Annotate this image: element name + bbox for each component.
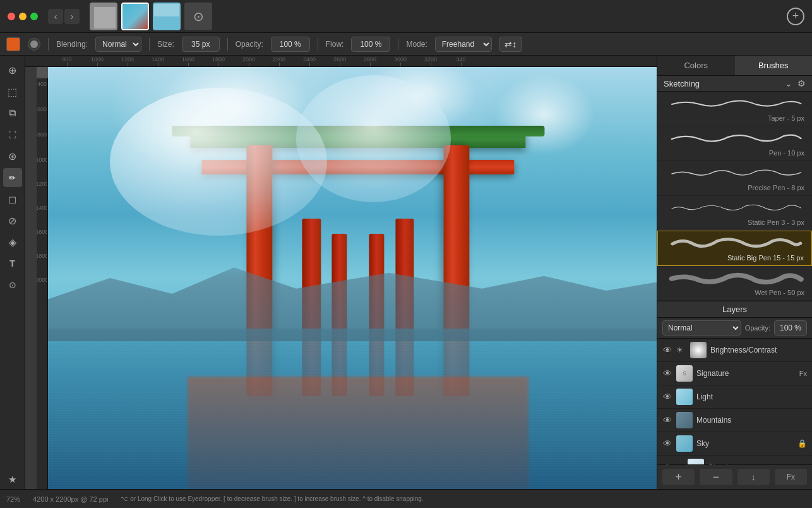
delete-layer-button[interactable]: − <box>700 469 732 485</box>
layer-visibility-light[interactable]: 👁 <box>662 392 672 402</box>
export-layer-button[interactable]: ↓ <box>737 469 770 485</box>
layer-lock-sky: 🔒 <box>797 439 807 448</box>
layer-brightness-contrast[interactable]: 👁 ☀ Brightness/Contrast <box>657 339 812 362</box>
layers-blend-select[interactable]: Normal <box>662 320 741 336</box>
eraser-tool[interactable]: ◻ <box>3 190 22 209</box>
toolbar-separator-3 <box>227 38 228 51</box>
layer-visibility-sig[interactable]: 👁 <box>662 368 672 378</box>
ruler-line <box>128 63 128 66</box>
brush-item-static-pen3[interactable]: Static Pen 3 - 3 px <box>657 196 812 231</box>
size-input[interactable] <box>182 37 220 52</box>
blending-select[interactable]: Normal <box>95 37 141 52</box>
layer-visibility-sky[interactable]: 👁 <box>662 438 672 449</box>
fx-layer-button[interactable]: Fx <box>775 469 807 485</box>
ruler-line <box>158 63 158 66</box>
search-tool[interactable]: ⊙ <box>3 275 22 294</box>
thumb-1[interactable] <box>90 3 117 30</box>
minimize-button[interactable] <box>19 13 27 20</box>
brush-settings-button[interactable]: ⚙ <box>797 78 806 88</box>
brush-stroke-static-big-pen <box>666 235 804 253</box>
crop-tool[interactable]: ⛶ <box>3 125 22 144</box>
brush-name-static-pen3: Static Pen 3 - 3 px <box>748 219 804 226</box>
layer-light[interactable]: 👁 Light <box>657 385 812 409</box>
brush-size-dot <box>30 40 38 48</box>
brush-name-static-big-pen: Static Big Pen 15 - 15 px <box>727 254 804 262</box>
layer-signature[interactable]: 👁 S Signature Fx <box>657 362 812 385</box>
ruler-tick-2400: 2400 <box>294 56 325 66</box>
streamline-button[interactable]: ⇄↕ <box>499 37 522 52</box>
move-tool[interactable]: ⊕ <box>3 61 22 80</box>
cloud-center <box>296 75 451 202</box>
star-tool[interactable]: ★ <box>3 470 22 489</box>
thumb-3[interactable] <box>153 3 181 30</box>
toolbar-separator-5 <box>398 38 398 51</box>
eyedropper-tool[interactable]: ⊛ <box>3 147 22 166</box>
ruler-tick-2600: 2600 <box>325 56 355 66</box>
transform-tool[interactable]: ⧉ <box>3 104 22 123</box>
color-swatch[interactable] <box>6 37 20 51</box>
traffic-lights <box>8 13 38 20</box>
brush-tool[interactable]: ✏ <box>3 168 22 187</box>
layer-mountains[interactable]: 👁 Mountains <box>657 409 812 432</box>
brush-item-wet-pen[interactable]: Wet Pen - 50 px <box>657 266 812 301</box>
flow-input[interactable] <box>351 37 390 52</box>
canvas-area: 800 1000 1200 1400 1600 1800 2000 2200 2… <box>25 56 657 489</box>
brush-item-pen[interactable]: Pen - 10 px <box>657 126 812 161</box>
ruler-v-2000: 2000 <box>37 277 48 283</box>
layer-fx-badge: Fx <box>799 370 807 377</box>
brush-item-taper[interactable]: Taper - 5 px <box>657 92 812 126</box>
layer-sky[interactable]: 👁 Sky 🔒 <box>657 432 812 456</box>
ruler-line <box>431 63 431 66</box>
thumb-4[interactable]: ⊙ <box>184 3 212 30</box>
add-layer-button[interactable]: + <box>662 469 695 485</box>
right-panel: Colors Brushes Sketching ⌄ ⚙ Taper - 5 p… <box>657 56 812 489</box>
brush-stroke-svg <box>665 95 804 113</box>
layer-icon-mountains <box>676 412 693 428</box>
thumb-canvas-2 <box>122 4 149 30</box>
brush-item-static-big-pen[interactable]: Static Big Pen 15 - 15 px <box>657 231 812 266</box>
toolbar-separator-1 <box>48 38 49 51</box>
ruler-tick-800: 800 <box>52 56 82 66</box>
fill-tool[interactable]: ◈ <box>3 233 22 251</box>
brush-item-precise-pen[interactable]: Precise Pen - 8 px <box>657 161 812 196</box>
layers-opacity-input[interactable] <box>774 320 807 336</box>
layer-sun-icon: ☀ <box>676 346 686 354</box>
ruler-v-400: 400 <box>37 81 47 87</box>
ruler-tick-3200: 3200 <box>415 56 446 66</box>
nav-back-button[interactable]: ‹ <box>48 9 63 24</box>
layer-visibility-mountains[interactable]: 👁 <box>662 415 672 425</box>
brush-category-label: Sketching <box>664 79 785 88</box>
nav-forward-button[interactable]: › <box>64 9 80 24</box>
canvas-content[interactable]: 400 600 800 1000 1200 1400 1600 1800 200… <box>37 67 657 489</box>
size-label: Size: <box>157 40 174 49</box>
tab-brushes[interactable]: Brushes <box>735 56 813 75</box>
ruler-tick-3000: 3000 <box>385 56 415 66</box>
toolbar-separator-4 <box>318 38 318 51</box>
document-thumbnails: ⊙ <box>90 3 212 30</box>
layer-visibility-bc[interactable]: 👁 <box>662 345 672 355</box>
mode-select[interactable]: Freehand <box>435 37 492 52</box>
close-button[interactable] <box>8 13 15 20</box>
ruler-tick-1200: 1200 <box>112 56 143 66</box>
smudge-tool[interactable]: ⊘ <box>3 211 22 230</box>
ruler-line <box>461 63 462 66</box>
ruler-line <box>279 63 280 66</box>
selection-tool[interactable]: ⬚ <box>3 82 22 101</box>
layer-name-mountains: Mountains <box>696 416 807 425</box>
water-area <box>48 329 657 489</box>
add-document-button[interactable]: + <box>787 8 804 25</box>
layer-icon-light <box>676 389 693 405</box>
ruler-tick-2800: 2800 <box>355 56 385 66</box>
layer-clouds[interactable]: 👁 ▶ Clouds <box>657 456 812 464</box>
maximize-button[interactable] <box>30 13 38 20</box>
thumb-2[interactable] <box>121 3 149 30</box>
brush-stroke-svg-big <box>666 235 804 253</box>
tab-colors[interactable]: Colors <box>657 56 735 75</box>
text-tool[interactable]: T <box>3 254 22 273</box>
ruler-tick-2200: 2200 <box>264 56 294 66</box>
brush-category-chevron[interactable]: ⌄ <box>785 78 792 88</box>
painting-canvas[interactable] <box>48 67 657 489</box>
ruler-v-800: 800 <box>37 131 47 138</box>
opacity-input[interactable] <box>271 37 310 52</box>
ruler-vertical: 400 600 800 1000 1200 1400 1600 1800 200… <box>37 78 48 489</box>
